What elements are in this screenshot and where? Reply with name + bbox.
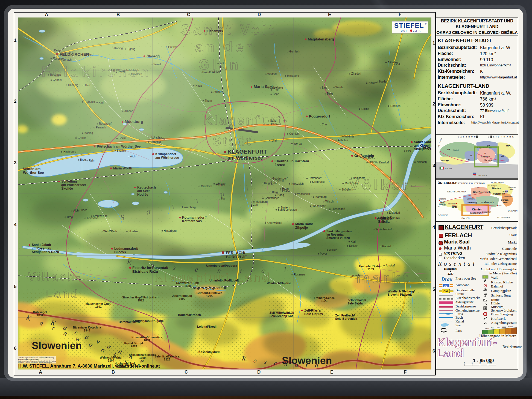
- svg-text:ITALIEN: ITALIEN: [445, 168, 452, 169]
- svg-text:<400: <400: [485, 328, 489, 329]
- svg-text:TSCHECHIEN: TSCHECHIEN: [489, 181, 504, 184]
- svg-text:Burgen-: Burgen-: [501, 199, 509, 201]
- svg-text:2: 2: [480, 362, 481, 364]
- svg-text:SLOWENIEN: SLOWENIEN: [474, 174, 487, 176]
- svg-text:KL: KL: [484, 159, 487, 161]
- svg-text:Klagenfurt: Klagenfurt: [470, 212, 482, 214]
- svg-text:VI: VI: [468, 158, 470, 161]
- svg-text:Eisenstadt: Eisenstadt: [504, 196, 513, 198]
- svg-text:B91: B91: [443, 290, 448, 293]
- svg-text:Drau: Drau: [441, 276, 452, 282]
- svg-text:Steiermark: Steiermark: [481, 201, 494, 204]
- svg-text:700: 700: [491, 327, 494, 329]
- svg-text:STIEFEL: STIEFEL: [394, 22, 424, 29]
- svg-text:K: K: [484, 152, 486, 155]
- svg-text:DEUTSCHLAND: DEUTSCHLAND: [447, 190, 466, 193]
- svg-text:Wien: Wien: [502, 190, 508, 193]
- svg-text:Land: Land: [488, 159, 492, 161]
- svg-text:Hermagor: Hermagor: [441, 160, 449, 162]
- svg-text:A2: A2: [444, 284, 448, 287]
- svg-text:Spittal: Spittal: [453, 149, 459, 151]
- svg-text:Kärnten: Kärnten: [472, 208, 482, 211]
- svg-text:© H.W. STIEFEL, Annaburg 7, A-: © H.W. STIEFEL, Annaburg 7, A-8630 Maria…: [18, 363, 160, 368]
- svg-text:St. Pölten: St. Pölten: [488, 185, 496, 187]
- svg-text:Oberösterreich: Oberösterreich: [473, 191, 491, 193]
- svg-text:1: 1: [472, 362, 473, 364]
- svg-text:VL: VL: [470, 154, 473, 157]
- svg-text:LIE: LIE: [437, 206, 440, 207]
- svg-text:SCHWEIZ: SCHWEIZ: [438, 214, 448, 216]
- svg-text:®: ®: [425, 22, 427, 25]
- svg-text:cart: cart: [413, 29, 421, 33]
- svg-text:VK: VK: [501, 155, 504, 157]
- svg-text:Nieder-: Nieder-: [492, 187, 501, 190]
- svg-text:Klagenfurt: Klagenfurt: [482, 211, 491, 213]
- svg-text:WO: WO: [506, 145, 511, 148]
- svg-text:ÖSTERREICH: ÖSTERREICH: [438, 181, 457, 184]
- svg-text:arlberg: arlberg: [439, 203, 446, 206]
- svg-text:Graz: Graz: [498, 204, 502, 206]
- svg-text:II/27: II/27: [116, 365, 123, 368]
- svg-text:UNGARN: UNGARN: [508, 210, 518, 212]
- svg-text:land: land: [503, 201, 508, 204]
- svg-text:eur: eur: [401, 29, 408, 33]
- svg-text:SP: SP: [447, 148, 450, 151]
- svg-text:Klagenfurt: Klagenfurt: [481, 156, 490, 158]
- svg-text:1000: 1000: [496, 327, 500, 328]
- svg-text:Land: Land: [437, 347, 464, 359]
- svg-text:1500: 1500: [502, 326, 506, 328]
- svg-text:3 km: 3 km: [487, 362, 492, 364]
- svg-text:SLOWENIEN: SLOWENIEN: [497, 216, 510, 219]
- svg-text:Salzburg: Salzburg: [467, 198, 475, 200]
- svg-text:0: 0: [464, 362, 465, 364]
- svg-text:Klagenfurt-Land: Klagenfurt-Land: [477, 146, 492, 149]
- svg-text:· POLITISCHE GLIEDERUNG: · POLITISCHE GLIEDERUNG: [457, 182, 485, 184]
- svg-text:>2000: >2000: [508, 326, 513, 327]
- svg-text:Salzburg: Salzburg: [467, 201, 477, 204]
- svg-text:ITALIEN: ITALIEN: [461, 217, 470, 219]
- svg-text:Tirol: Tirol: [452, 206, 457, 208]
- svg-text:Innsbruck: Innsbruck: [448, 203, 456, 205]
- svg-text:REP.: REP.: [510, 189, 514, 190]
- svg-text:Bregenz: Bregenz: [439, 198, 446, 200]
- svg-text:SLOWAK.: SLOWAK.: [508, 186, 517, 188]
- svg-text:österreich: österreich: [493, 192, 505, 195]
- svg-text:Vor-: Vor-: [440, 201, 444, 203]
